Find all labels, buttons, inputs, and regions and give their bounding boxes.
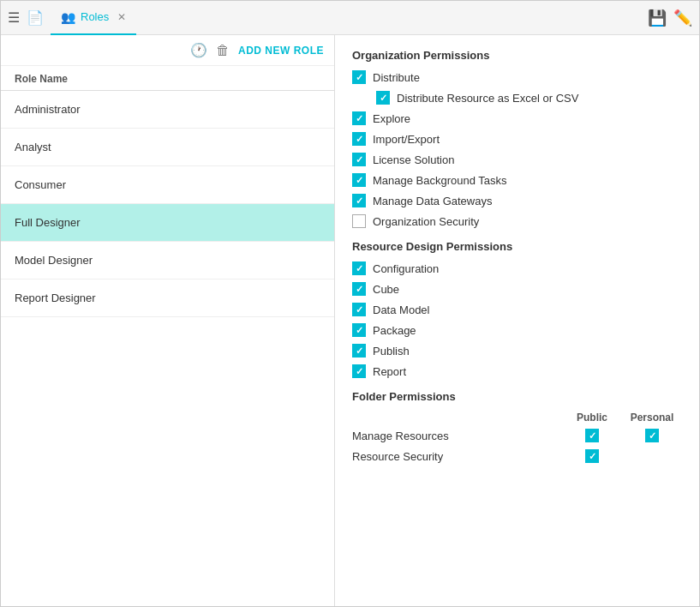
resource-design-title: Resource Design Permissions (352, 240, 682, 253)
resource-permission-label-package: Package (373, 324, 416, 337)
title-bar: ☰ 📄 👥 Roles ✕ 💾 ✏️ (1, 1, 699, 35)
checkbox-icon[interactable]: ✓ (352, 364, 366, 378)
checkbox-icon[interactable]: ✓ (352, 111, 366, 125)
resource-permission-item-cube: ✓Cube (352, 282, 682, 296)
role-item-analyst[interactable]: Analyst (1, 129, 334, 166)
folder-row-label-manage-resources: Manage Resources (352, 430, 562, 442)
resource-permission-item-report: ✓Report (352, 364, 682, 378)
resource-permission-item-configuration: ✓Configuration (352, 261, 682, 275)
checkbox-icon[interactable]: ✓ (352, 282, 366, 296)
roles-tab-icon: 👥 (61, 10, 75, 24)
folder-permissions-table: PublicPersonalManage Resources✓✓Resource… (352, 412, 682, 463)
content-area: 🕐 🗑 ADD NEW ROLE Role Name Administrator… (1, 35, 699, 606)
folder-row-manage-resources: Manage Resources✓✓ (352, 429, 682, 442)
folder-header-row: PublicPersonal (352, 412, 682, 424)
right-panel: Organization Permissions ✓Distribute✓Dis… (335, 35, 699, 606)
checkbox-icon[interactable]: ✓ (352, 261, 366, 275)
permission-item-distribute: ✓Distribute (352, 70, 682, 84)
resource-permission-item-package: ✓Package (352, 323, 682, 337)
checkbox-icon[interactable]: ✓ (352, 70, 366, 84)
permission-label-manage-background-tasks: Manage Background Tasks (373, 174, 507, 187)
checkbox-icon[interactable]: ✓ (352, 323, 366, 337)
role-item-consumer[interactable]: Consumer (1, 166, 334, 204)
delete-icon[interactable]: 🗑 (216, 43, 230, 58)
permission-item-organization-security: Organization Security (352, 214, 682, 228)
checkbox-icon[interactable]: ✓ (352, 153, 366, 166)
resource-permissions-list: ✓Configuration✓Cube✓Data Model✓Package✓P… (352, 261, 682, 378)
org-permissions-title: Organization Permissions (352, 49, 682, 62)
role-item-report-designer[interactable]: Report Designer (1, 279, 334, 317)
permission-label-manage-data-gateways: Manage Data Gateways (373, 195, 492, 207)
edit-icon[interactable]: ✏️ (673, 9, 692, 27)
permission-label-import-export: Import/Export (373, 133, 440, 146)
file-icon[interactable]: 📄 (27, 9, 44, 26)
permission-label-explore: Explore (373, 112, 410, 125)
folder-permissions-title: Folder Permissions (352, 390, 682, 403)
checkbox-icon[interactable]: ✓ (352, 303, 366, 316)
left-toolbar: 🕐 🗑 ADD NEW ROLE (1, 35, 334, 66)
role-list-header: Role Name (1, 66, 334, 91)
history-icon[interactable]: 🕐 (190, 42, 207, 58)
left-panel: 🕐 🗑 ADD NEW ROLE Role Name Administrator… (1, 35, 335, 606)
folder-row-personal-manage-resources: ✓ (622, 429, 682, 442)
permission-label-distribute: Distribute (373, 71, 420, 84)
permission-item-manage-data-gateways: ✓Manage Data Gateways (352, 194, 682, 207)
checkbox-icon[interactable]: ✓ (585, 429, 599, 442)
tab-close-button[interactable]: ✕ (117, 11, 126, 23)
role-item-model-designer[interactable]: Model Designer (1, 242, 334, 279)
save-icon[interactable]: 💾 (648, 9, 667, 27)
role-list: AdministratorAnalystConsumerFull Designe… (1, 91, 334, 606)
resource-permissions-divider: Resource Design Permissions (352, 240, 682, 253)
checkbox-icon[interactable]: ✓ (352, 194, 366, 207)
checkbox-icon[interactable]: ✓ (645, 429, 659, 442)
resource-permission-label-cube: Cube (373, 283, 399, 296)
permission-item-distribute-resource: ✓Distribute Resource as Excel or CSV (376, 91, 682, 105)
main-window: ☰ 📄 👥 Roles ✕ 💾 ✏️ 🕐 🗑 ADD NEW ROLE Role… (0, 0, 700, 607)
roles-tab-label: Roles (81, 10, 109, 23)
folder-row-label-resource-security: Resource Security (352, 450, 562, 463)
add-new-role-button[interactable]: ADD NEW ROLE (238, 45, 324, 57)
permission-item-explore: ✓Explore (352, 111, 682, 125)
checkbox-icon[interactable]: ✓ (376, 91, 390, 105)
checkbox-icon[interactable]: ✓ (352, 132, 366, 146)
folder-row-public-resource-security: ✓ (562, 449, 622, 463)
checkbox-icon[interactable] (352, 214, 366, 228)
permission-label-organization-security: Organization Security (373, 215, 479, 228)
folder-col-public-header: Public (562, 412, 622, 424)
checkbox-icon[interactable]: ✓ (352, 344, 366, 358)
resource-permission-label-report: Report (373, 365, 406, 378)
window-actions: 💾 ✏️ (648, 9, 692, 27)
folder-row-resource-security: Resource Security✓ (352, 449, 682, 463)
resource-permission-item-data-model: ✓Data Model (352, 303, 682, 316)
hamburger-icon[interactable]: ☰ (8, 9, 20, 26)
role-item-full-designer[interactable]: Full Designer (1, 204, 334, 242)
folder-row-public-manage-resources: ✓ (562, 429, 622, 442)
resource-permission-item-publish: ✓Publish (352, 344, 682, 358)
permission-item-manage-background-tasks: ✓Manage Background Tasks (352, 173, 682, 187)
checkbox-icon[interactable]: ✓ (585, 449, 599, 463)
roles-tab[interactable]: 👥 Roles ✕ (51, 1, 136, 35)
role-item-administrator[interactable]: Administrator (1, 91, 334, 129)
org-permissions-list: ✓Distribute✓Distribute Resource as Excel… (352, 70, 682, 228)
folder-col-personal-header: Personal (622, 412, 682, 424)
checkbox-icon[interactable]: ✓ (352, 173, 366, 187)
resource-permission-label-configuration: Configuration (373, 262, 439, 275)
permission-label-license-solution: License Solution (373, 153, 454, 166)
resource-permission-label-data-model: Data Model (373, 304, 429, 316)
resource-permission-label-publish: Publish (373, 345, 410, 358)
permission-item-license-solution: ✓License Solution (352, 153, 682, 166)
permission-label-distribute-resource: Distribute Resource as Excel or CSV (397, 92, 578, 105)
folder-permissions-divider: Folder Permissions (352, 390, 682, 403)
permission-item-import-export: ✓Import/Export (352, 132, 682, 146)
